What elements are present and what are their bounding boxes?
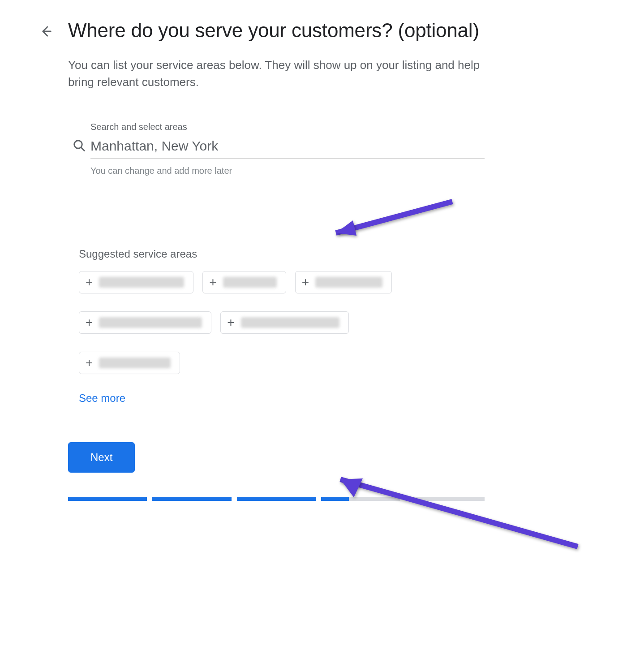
plus-icon: + — [86, 316, 93, 329]
plus-icon: + — [209, 276, 216, 289]
redacted-text — [99, 277, 184, 288]
plus-icon: + — [86, 357, 93, 369]
suggested-chip[interactable]: + — [79, 352, 180, 374]
redacted-text — [99, 317, 202, 328]
progress-segment — [152, 497, 231, 501]
progress-segment — [406, 497, 485, 501]
arrow-left-icon — [39, 25, 52, 38]
plus-icon: + — [227, 316, 234, 329]
progress-segment — [68, 497, 147, 501]
redacted-text — [99, 358, 171, 368]
redacted-text — [223, 277, 277, 288]
suggested-chip[interactable]: + — [79, 311, 211, 334]
suggested-chip[interactable]: + — [220, 311, 348, 334]
search-helper: You can change and add more later — [90, 166, 485, 176]
progress-bar — [68, 497, 485, 501]
svg-line-1 — [81, 147, 84, 151]
progress-segment — [237, 497, 316, 501]
back-button[interactable] — [36, 22, 56, 41]
suggested-chip[interactable]: + — [202, 271, 286, 293]
search-icon — [68, 122, 90, 152]
suggested-chip[interactable]: + — [295, 271, 392, 293]
page-subtitle: You can list your service areas below. T… — [68, 57, 485, 90]
suggested-label: Suggested service areas — [79, 248, 485, 260]
search-label: Search and select areas — [90, 122, 485, 132]
suggested-chip[interactable]: + — [79, 271, 193, 293]
redacted-text — [241, 317, 339, 328]
next-button[interactable]: Next — [68, 442, 135, 473]
search-input[interactable] — [90, 135, 485, 159]
plus-icon: + — [302, 276, 309, 289]
see-more-link[interactable]: See more — [79, 392, 125, 405]
redacted-text — [315, 277, 382, 288]
progress-segment — [321, 497, 400, 501]
page-title: Where do you serve your customers? (opti… — [68, 18, 485, 43]
plus-icon: + — [86, 276, 93, 289]
